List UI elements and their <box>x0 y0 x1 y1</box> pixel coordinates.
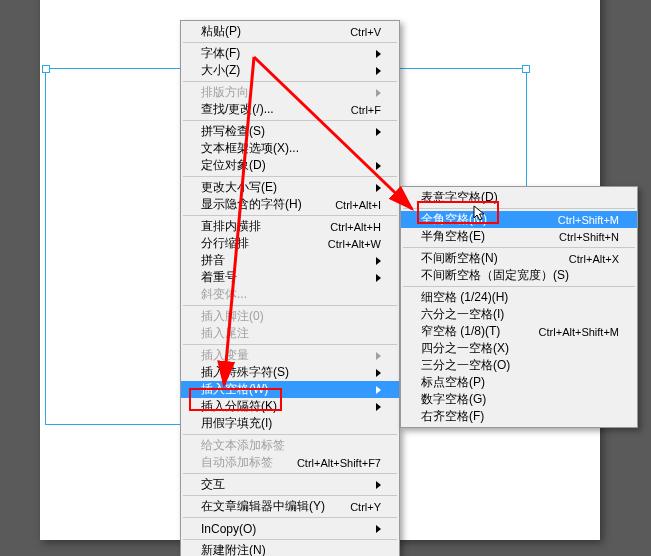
main-menu-item-文本框架选项x[interactable]: 文本框架选项(X)... <box>181 140 399 157</box>
menu-item-shortcut: Ctrl+F <box>351 104 381 116</box>
menu-item-label: 显示隐含的字符(H) <box>201 196 335 213</box>
submenu-arrow-icon <box>376 481 381 489</box>
main-menu-item-在文章编辑器中编辑y[interactable]: 在文章编辑器中编辑(Y)Ctrl+Y <box>181 498 399 515</box>
main-menu-item-大小z[interactable]: 大小(Z) <box>181 62 399 79</box>
menu-item-label: 插入分隔符(K) <box>201 398 370 415</box>
space-menu-item-四分之一空格x[interactable]: 四分之一空格(X) <box>401 340 637 357</box>
submenu-arrow-icon <box>376 386 381 394</box>
space-menu-item-右齐空格f[interactable]: 右齐空格(F) <box>401 408 637 425</box>
main-menu-item-粘贴p[interactable]: 粘贴(P)Ctrl+V <box>181 23 399 40</box>
menu-item-shortcut: Ctrl+Alt+H <box>330 221 381 233</box>
main-menu-item-排版方向: 排版方向 <box>181 84 399 101</box>
main-menu-separator <box>183 176 397 177</box>
submenu-arrow-icon <box>376 369 381 377</box>
main-menu-item-分行缩排[interactable]: 分行缩排Ctrl+Alt+W <box>181 235 399 252</box>
menu-item-label: 拼音 <box>201 252 370 269</box>
menu-item-label: 直排内横排 <box>201 218 330 235</box>
space-menu-item-细空格124h[interactable]: 细空格 (1/24)(H) <box>401 289 637 306</box>
main-menu-item-拼音[interactable]: 拼音 <box>181 252 399 269</box>
main-menu-separator <box>183 434 397 435</box>
main-menu-item-直排内横排[interactable]: 直排内横排Ctrl+Alt+H <box>181 218 399 235</box>
main-menu-separator <box>183 517 397 518</box>
menu-item-label: 插入脚注(0) <box>201 308 381 325</box>
menu-item-shortcut: Ctrl+Alt+Shift+F7 <box>297 457 381 469</box>
menu-item-label: 表意字空格(D) <box>421 189 619 206</box>
menu-item-label: 细空格 (1/24)(H) <box>421 289 619 306</box>
space-menu-item-表意字空格d[interactable]: 表意字空格(D) <box>401 189 637 206</box>
menu-item-label: 更改大小写(E) <box>201 179 370 196</box>
space-menu-separator <box>403 247 635 248</box>
menu-item-label: 插入空格(W) <box>201 381 370 398</box>
main-menu-item-着重号[interactable]: 着重号 <box>181 269 399 286</box>
main-menu-separator <box>183 215 397 216</box>
main-menu-item-用假字填充i[interactable]: 用假字填充(I) <box>181 415 399 432</box>
submenu-arrow-icon <box>376 352 381 360</box>
main-menu-item-显示隐含的字符h[interactable]: 显示隐含的字符(H)Ctrl+Alt+I <box>181 196 399 213</box>
space-menu-item-不间断空格n[interactable]: 不间断空格(N)Ctrl+Alt+X <box>401 250 637 267</box>
space-menu-separator <box>403 286 635 287</box>
space-menu-item-六分之一空格i[interactable]: 六分之一空格(I) <box>401 306 637 323</box>
main-menu-separator <box>183 344 397 345</box>
menu-item-label: 标点空格(P) <box>421 374 619 391</box>
menu-item-label: 插入尾注 <box>201 325 381 342</box>
menu-item-label: 在文章编辑器中编辑(Y) <box>201 498 350 515</box>
main-menu-item-交互[interactable]: 交互 <box>181 476 399 493</box>
menu-item-shortcut: Ctrl+Y <box>350 501 381 513</box>
main-menu-item-更改大小写e[interactable]: 更改大小写(E) <box>181 179 399 196</box>
menu-item-label: 查找/更改(/)... <box>201 101 351 118</box>
menu-item-label: 新建附注(N) <box>201 542 381 556</box>
menu-item-label: 数字空格(G) <box>421 391 619 408</box>
main-menu-separator <box>183 120 397 121</box>
menu-item-label: 不间断空格（固定宽度）(S) <box>421 267 619 284</box>
menu-item-label: 定位对象(D) <box>201 157 370 174</box>
main-menu-item-斜变体: 斜变体... <box>181 286 399 303</box>
main-menu-item-查找更改[interactable]: 查找/更改(/)...Ctrl+F <box>181 101 399 118</box>
space-menu-item-三分之一空格o[interactable]: 三分之一空格(O) <box>401 357 637 374</box>
main-menu-item-插入脚注0: 插入脚注(0) <box>181 308 399 325</box>
submenu-arrow-icon <box>376 257 381 265</box>
menu-item-label: 窄空格 (1/8)(T) <box>421 323 539 340</box>
main-menu-item-插入变量: 插入变量 <box>181 347 399 364</box>
menu-item-label: 右齐空格(F) <box>421 408 619 425</box>
main-menu-item-新建附注n[interactable]: 新建附注(N) <box>181 542 399 556</box>
space-menu-item-不间断空格固定宽度s[interactable]: 不间断空格（固定宽度）(S) <box>401 267 637 284</box>
main-menu-item-自动添加标签: 自动添加标签Ctrl+Alt+Shift+F7 <box>181 454 399 471</box>
main-menu-item-定位对象d[interactable]: 定位对象(D) <box>181 157 399 174</box>
menu-item-shortcut: Ctrl+Alt+W <box>328 238 381 250</box>
menu-item-label: 插入特殊字符(S) <box>201 364 370 381</box>
menu-item-label: 排版方向 <box>201 84 370 101</box>
menu-item-label: 文本框架选项(X)... <box>201 140 381 157</box>
main-menu-item-插入空格w[interactable]: 插入空格(W) <box>181 381 399 398</box>
space-menu-item-窄空格18t[interactable]: 窄空格 (1/8)(T)Ctrl+Alt+Shift+M <box>401 323 637 340</box>
menu-item-label: 着重号 <box>201 269 370 286</box>
submenu-arrow-icon <box>376 525 381 533</box>
submenu-arrow-icon <box>376 403 381 411</box>
space-menu-item-半角空格e[interactable]: 半角空格(E)Ctrl+Shift+N <box>401 228 637 245</box>
space-menu-item-数字空格g[interactable]: 数字空格(G) <box>401 391 637 408</box>
menu-item-label: 斜变体... <box>201 286 381 303</box>
main-menu-item-拼写检查s[interactable]: 拼写检查(S) <box>181 123 399 140</box>
submenu-arrow-icon <box>376 128 381 136</box>
space-menu-item-标点空格p[interactable]: 标点空格(P) <box>401 374 637 391</box>
main-menu-item-插入特殊字符s[interactable]: 插入特殊字符(S) <box>181 364 399 381</box>
menu-item-label: 全角空格(M) <box>421 211 558 228</box>
submenu-arrow-icon <box>376 184 381 192</box>
main-menu-separator <box>183 539 397 540</box>
menu-item-label: 大小(Z) <box>201 62 370 79</box>
menu-item-label: 三分之一空格(O) <box>421 357 619 374</box>
main-menu-item-给文本添加标签: 给文本添加标签 <box>181 437 399 454</box>
menu-item-label: 分行缩排 <box>201 235 328 252</box>
menu-item-shortcut: Ctrl+Shift+N <box>559 231 619 243</box>
menu-item-shortcut: Ctrl+Shift+M <box>558 214 619 226</box>
main-menu-item-插入分隔符k[interactable]: 插入分隔符(K) <box>181 398 399 415</box>
space-menu-item-全角空格m[interactable]: 全角空格(M)Ctrl+Shift+M <box>401 211 637 228</box>
menu-item-label: 四分之一空格(X) <box>421 340 619 357</box>
menu-item-label: 粘贴(P) <box>201 23 350 40</box>
main-menu-item-字体f[interactable]: 字体(F) <box>181 45 399 62</box>
submenu-arrow-icon <box>376 162 381 170</box>
main-menu-item-incopyo[interactable]: InCopy(O) <box>181 520 399 537</box>
menu-item-label: 半角空格(E) <box>421 228 559 245</box>
menu-item-label: 拼写检查(S) <box>201 123 370 140</box>
menu-item-label: 交互 <box>201 476 370 493</box>
main-menu-item-插入尾注: 插入尾注 <box>181 325 399 342</box>
